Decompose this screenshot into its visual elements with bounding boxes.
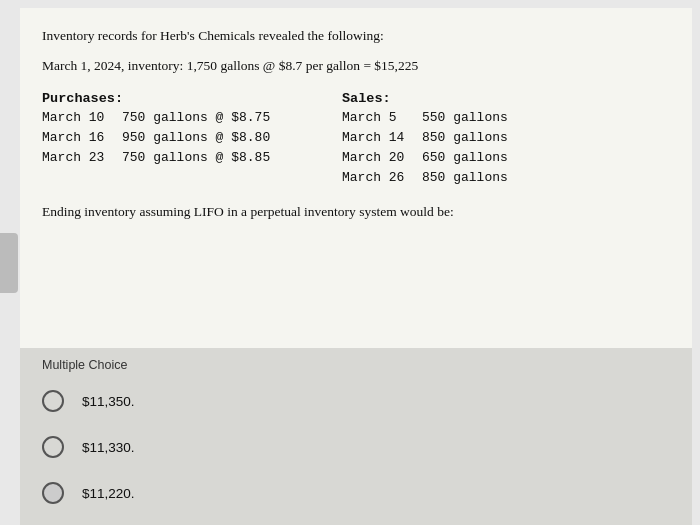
sales-column: Sales: March 5 550 gallons March 14 850 … — [342, 91, 562, 189]
purchase-detail-2: 950 gallons @ $8.80 — [122, 128, 322, 148]
sales-date-1: March 5 — [342, 108, 422, 128]
multiple-choice-section: Multiple Choice $11,350. $11,330. $11,22… — [20, 348, 692, 525]
purchase-date-1: March 10 — [42, 108, 122, 128]
option-row-2[interactable]: $11,330. — [42, 436, 670, 458]
opening-inventory-text: March 1, 2024, inventory: 1,750 gallons … — [42, 58, 418, 73]
radio-button-1[interactable] — [42, 390, 64, 412]
purchase-date-3: March 23 — [42, 148, 122, 168]
sales-row-2: March 14 850 gallons — [342, 128, 562, 148]
ending-inventory-text: Ending inventory assuming LIFO in a perp… — [42, 202, 670, 222]
radio-button-3[interactable] — [42, 482, 64, 504]
intro-text: Inventory records for Herb's Chemicals r… — [42, 26, 670, 46]
purchase-row-3: March 23 750 gallons @ $8.85 — [42, 148, 342, 168]
purchase-date-2: March 16 — [42, 128, 122, 148]
purchases-column: Purchases: March 10 750 gallons @ $8.75 … — [42, 91, 342, 189]
intro-paragraph: Inventory records for Herb's Chemicals r… — [42, 28, 384, 43]
sales-detail-2: 850 gallons — [422, 128, 542, 148]
opening-inventory-line: March 1, 2024, inventory: 1,750 gallons … — [42, 56, 670, 76]
purchases-header: Purchases: — [42, 91, 342, 106]
option-row-3[interactable]: $11,220. — [42, 482, 670, 504]
sales-detail-3: 650 gallons — [422, 148, 542, 168]
option-label-1: $11,350. — [82, 394, 135, 409]
option-label-3: $11,220. — [82, 486, 135, 501]
question-content: Inventory records for Herb's Chemicals r… — [20, 8, 692, 348]
multiple-choice-label: Multiple Choice — [42, 358, 670, 372]
sales-detail-1: 550 gallons — [422, 108, 542, 128]
sales-row-1: March 5 550 gallons — [342, 108, 562, 128]
sales-date-4: March 26 — [342, 168, 422, 188]
sales-date-2: March 14 — [342, 128, 422, 148]
purchase-detail-3: 750 gallons @ $8.85 — [122, 148, 322, 168]
radio-button-2[interactable] — [42, 436, 64, 458]
sales-date-3: March 20 — [342, 148, 422, 168]
sales-header: Sales: — [342, 91, 562, 106]
sales-row-4: March 26 850 gallons — [342, 168, 562, 188]
purchase-detail-1: 750 gallons @ $8.75 — [122, 108, 322, 128]
sales-detail-4: 850 gallons — [422, 168, 542, 188]
left-tab — [0, 233, 18, 293]
sales-row-3: March 20 650 gallons — [342, 148, 562, 168]
option-label-2: $11,330. — [82, 440, 135, 455]
purchases-sales-section: Purchases: March 10 750 gallons @ $8.75 … — [42, 91, 670, 189]
option-row-1[interactable]: $11,350. — [42, 390, 670, 412]
purchase-row-2: March 16 950 gallons @ $8.80 — [42, 128, 342, 148]
purchase-row-1: March 10 750 gallons @ $8.75 — [42, 108, 342, 128]
